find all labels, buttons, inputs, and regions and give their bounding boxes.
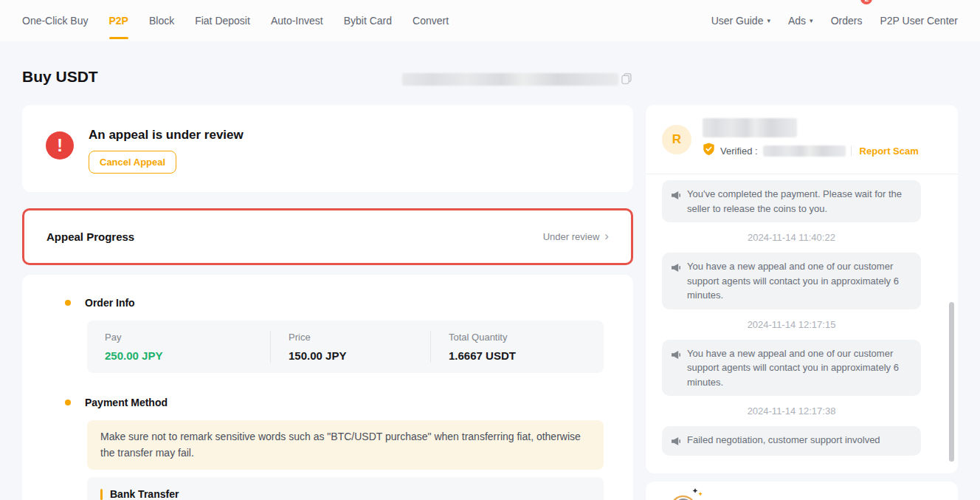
chat-footer-card — [646, 482, 958, 500]
nav-item-user-guide[interactable]: User Guide ▾ — [711, 0, 770, 41]
nav-item-p2p[interactable]: P2P — [108, 0, 128, 41]
alert-exclamation-icon: ! — [46, 131, 74, 160]
pay-value: 250.00 JPY — [105, 349, 252, 362]
chat-system-message: Failed negotiation, customer support inv… — [662, 426, 921, 456]
caret-down-icon: ▾ — [767, 17, 770, 24]
bullet-dot-icon — [65, 300, 71, 306]
user-guide-label: User Guide — [711, 15, 764, 27]
nav-item-orders[interactable]: Orders 2 — [831, 0, 863, 41]
orders-label: Orders — [831, 15, 863, 27]
payment-method-section-head: Payment Method — [22, 397, 633, 408]
megaphone-icon — [671, 349, 681, 390]
appeal-progress-status: Under review › — [543, 231, 609, 242]
appeal-banner-card: ! An appeal is under review Cancel Appea… — [22, 105, 633, 192]
counterparty-name-redacted — [703, 118, 797, 137]
orders-count-badge: 2 — [860, 0, 872, 4]
appeal-banner-title: An appeal is under review — [89, 128, 244, 143]
megaphone-icon — [671, 262, 681, 303]
appeal-progress-row[interactable]: Appeal Progress Under review › — [22, 208, 633, 265]
nav-item-ads[interactable]: Ads ▾ — [788, 0, 813, 41]
caret-down-icon: ▾ — [810, 17, 813, 24]
payment-warning-box: Make sure not to remark sensitive words … — [87, 420, 604, 470]
nav-item-one-click-buy[interactable]: One-Click Buy — [22, 0, 88, 41]
chat-system-message: You have a new appeal and one of our cus… — [662, 340, 921, 397]
chat-header: R Verified : Report Scam — [646, 105, 958, 174]
chat-system-message: You've completed the payment. Please wai… — [662, 180, 921, 222]
chat-system-message: You have a new appeal and one of our cus… — [662, 253, 921, 309]
verified-value-redacted — [763, 145, 846, 157]
top-nav: One-Click Buy P2P Block Fiat Deposit Aut… — [0, 0, 980, 41]
nav-item-auto-invest[interactable]: Auto-Invest — [271, 0, 323, 41]
ads-label: Ads — [788, 15, 806, 27]
bank-transfer-box: Bank Transfer — [87, 477, 604, 500]
nav-item-block[interactable]: Block — [149, 0, 174, 41]
copy-icon[interactable] — [621, 73, 632, 87]
order-pay-column: Pay 250.00 JPY — [87, 331, 270, 363]
appeal-progress-label: Appeal Progress — [46, 230, 134, 243]
chat-timestamp: 2024-11-14 11:40:22 — [662, 232, 921, 243]
total-quantity-value: 1.6667 USDT — [449, 349, 586, 362]
chevron-right-icon: › — [604, 230, 609, 242]
message-text: You've completed the payment. Please wai… — [687, 187, 912, 216]
page-content: Buy USDT ! An appeal is under review Can… — [0, 68, 980, 500]
pay-label: Pay — [105, 332, 252, 343]
counterparty-avatar: R — [662, 125, 691, 154]
message-text: You have a new appeal and one of our cus… — [687, 259, 912, 303]
chat-timestamp: 2024-11-14 12:17:38 — [662, 405, 921, 417]
price-label: Price — [289, 332, 413, 343]
chat-panel: R Verified : Report Scam — [646, 105, 958, 473]
bullet-dot-icon — [65, 400, 71, 405]
nav-item-convert[interactable]: Convert — [413, 0, 449, 41]
report-scam-link[interactable]: Report Scam — [860, 145, 919, 157]
nav-item-bybit-card[interactable]: Bybit Card — [344, 0, 392, 41]
title-row: Buy USDT — [22, 68, 958, 89]
chat-message-list: You've completed the payment. Please wai… — [646, 174, 958, 462]
verified-shield-icon — [703, 143, 715, 159]
message-text: Failed negotiation, customer support inv… — [687, 433, 880, 449]
megaphone-icon — [671, 190, 681, 216]
order-quantity-column: Total Quantity 1.6667 USDT — [430, 331, 604, 363]
order-number-redacted — [402, 73, 618, 86]
nav-right: User Guide ▾ Ads ▾ Orders 2 P2P User Cen… — [711, 0, 958, 41]
order-summary-box: Pay 250.00 JPY Price 150.00 JPY Total Qu… — [87, 321, 604, 373]
order-info-title: Order Info — [85, 297, 135, 309]
megaphone-icon — [671, 436, 681, 449]
message-text: You have a new appeal and one of our cus… — [687, 346, 912, 390]
order-details-card: Order Info Pay 250.00 JPY Price 150.00 J… — [22, 275, 633, 500]
divider — [851, 146, 852, 156]
order-price-column: Price 150.00 JPY — [270, 331, 430, 363]
chat-scrollbar-thumb[interactable] — [949, 302, 954, 462]
accent-bar-icon — [100, 489, 103, 500]
nav-item-fiat-deposit[interactable]: Fiat Deposit — [195, 0, 250, 41]
chat-timestamp: 2024-11-14 12:17:15 — [662, 319, 921, 330]
emoji-sparkle-icon — [668, 496, 706, 500]
payment-method-title: Payment Method — [85, 397, 168, 408]
nav-item-p2p-user-center[interactable]: P2P User Center — [880, 0, 958, 41]
price-value: 150.00 JPY — [289, 349, 413, 362]
total-quantity-label: Total Quantity — [449, 332, 586, 343]
cancel-appeal-button[interactable]: Cancel Appeal — [89, 151, 176, 174]
order-info-section-head: Order Info — [22, 297, 633, 309]
nav-left: One-Click Buy P2P Block Fiat Deposit Aut… — [22, 0, 449, 41]
verified-label: Verified : — [720, 145, 758, 157]
bank-transfer-label: Bank Transfer — [110, 488, 179, 500]
appeal-status-text: Under review — [543, 231, 600, 242]
